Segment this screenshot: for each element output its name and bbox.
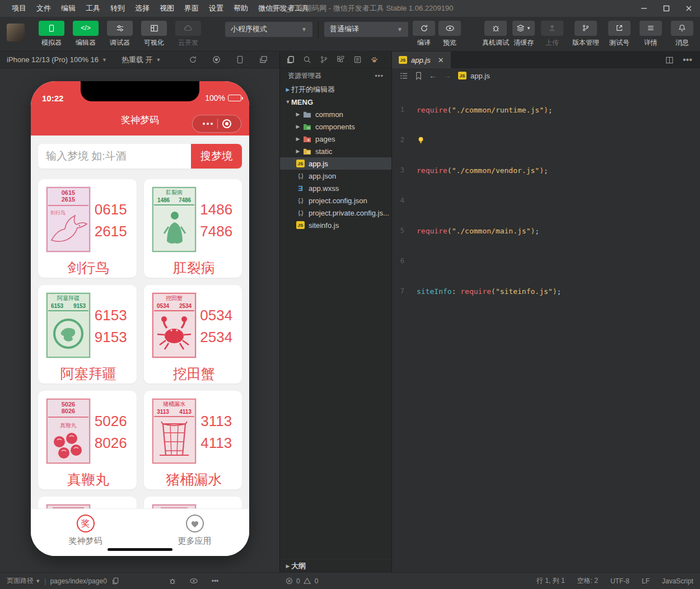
version-control-button[interactable]: 版本管理 <box>572 21 599 48</box>
menu-tools[interactable]: 工具 <box>81 3 105 13</box>
dream-card[interactable]: 5026 8026 真鞭丸 5026 <box>38 391 137 489</box>
simulator-panel: iPhone 12/13 (Pro) 100% 16▼ 热重载 开▼ 10:22 <box>0 52 280 572</box>
editor-button[interactable]: </> 编辑器 <box>71 21 100 48</box>
forward-arrow-icon[interactable]: → <box>444 71 451 80</box>
errors-count: 0 <box>296 577 300 585</box>
menu-settings[interactable]: 设置 <box>204 3 228 13</box>
bookmark-icon[interactable] <box>415 72 422 80</box>
dream-card[interactable]: 阿塞拜疆 6153 9153 6153 9153 <box>38 285 137 384</box>
menu-edit[interactable]: 编辑 <box>56 3 81 13</box>
status-bar: 页面路径 ▼ | pages/index/page0 ••• 0 0 行 1, … <box>0 572 700 589</box>
folder-icon <box>302 123 312 131</box>
card-image-emblem: 阿塞拜疆 6153 9153 <box>46 292 91 358</box>
separate-window-icon[interactable] <box>258 55 268 65</box>
clear-cache-button[interactable]: ▼ 清缓存 <box>512 21 535 48</box>
details-button[interactable]: 详情 <box>640 21 662 48</box>
capsule-menu[interactable] <box>192 115 241 133</box>
simulator-button[interactable]: 模拟器 <box>37 21 66 48</box>
code-area[interactable]: 1require("./common/runtime.js"); 2 3requ… <box>392 83 700 315</box>
menu-goto[interactable]: 转到 <box>105 3 130 13</box>
close-tab-icon[interactable]: ✕ <box>438 56 444 64</box>
outline-section[interactable]: ▶ 大纲 <box>280 559 391 572</box>
files-icon[interactable] <box>286 55 295 64</box>
upload-button[interactable]: 上传 <box>541 21 563 48</box>
extensions-icon[interactable] <box>336 55 346 64</box>
copy-icon[interactable] <box>111 577 120 586</box>
device-select[interactable]: iPhone 12/13 (Pro) 100% 16▼ <box>7 55 107 64</box>
device-debug-button[interactable]: 真机调试 <box>482 21 509 48</box>
file-project-config[interactable]: {..} project.config.json <box>280 194 391 207</box>
file-app-js[interactable]: JS app.js <box>280 157 391 170</box>
menu-view[interactable]: 视图 <box>155 3 179 13</box>
compile-mode-select[interactable]: 普通编译▼ <box>324 22 408 37</box>
menu-project[interactable]: 项目 <box>7 3 31 13</box>
outline-list-icon[interactable] <box>400 72 408 80</box>
menu-interface[interactable]: 界面 <box>179 3 204 13</box>
close-button[interactable] <box>678 0 700 17</box>
indent-setting[interactable]: 空格: 2 <box>577 576 598 586</box>
encoding[interactable]: UTF-8 <box>610 577 629 585</box>
folder-components[interactable]: ▶ components <box>280 120 391 133</box>
minimize-button[interactable] <box>633 0 655 17</box>
menu-select[interactable]: 选择 <box>130 3 155 13</box>
tab-app-js[interactable]: JS app.js ✕ <box>392 52 451 68</box>
messages-button[interactable]: 消息 <box>671 21 693 48</box>
search-button[interactable]: 搜梦境 <box>191 144 242 169</box>
breadcrumb-bar: ← → JS app.js <box>392 68 700 83</box>
avatar[interactable] <box>7 24 25 41</box>
device-frame-icon[interactable] <box>235 55 245 65</box>
js-file-icon: JS <box>399 56 407 64</box>
search-icon[interactable] <box>302 55 312 64</box>
git-branch-icon[interactable] <box>319 55 329 64</box>
compile-button[interactable]: 编译 <box>413 21 435 48</box>
file-project-private-config[interactable]: {..} project.private.config.js... <box>280 207 391 219</box>
eye-icon[interactable] <box>189 577 198 586</box>
menu-file[interactable]: 文件 <box>31 3 56 13</box>
file-app-json[interactable]: {..} app.json <box>280 170 391 182</box>
split-editor-icon[interactable] <box>665 56 674 64</box>
file-panel-icon[interactable] <box>353 55 362 64</box>
maximize-button[interactable] <box>655 0 678 17</box>
breadcrumb[interactable]: JS app.js <box>458 72 490 80</box>
exit-target-icon[interactable] <box>222 119 231 128</box>
bug-icon[interactable] <box>168 577 177 586</box>
open-editors-section[interactable]: ▶ 打开的编辑器 <box>280 83 391 96</box>
project-root[interactable]: ▼ MENG <box>280 96 391 108</box>
lightbulb-icon[interactable] <box>417 136 425 144</box>
folder-pages[interactable]: ▶ pages <box>280 133 391 145</box>
back-arrow-icon[interactable]: ← <box>429 71 437 80</box>
page-path-dropdown[interactable]: 页面路径 ▼ <box>7 576 40 586</box>
paw-icon[interactable] <box>370 55 379 64</box>
more-actions-icon[interactable]: ••• <box>211 577 220 586</box>
cursor-position[interactable]: 行 1, 列 1 <box>536 576 565 586</box>
more-dots-icon[interactable] <box>203 123 213 125</box>
more-actions-icon[interactable]: ••• <box>683 55 692 65</box>
file-app-wxss[interactable]: Ǝ app.wxss <box>280 182 391 194</box>
dream-card[interactable]: 肛裂病 1486 7486 1486 <box>144 179 242 278</box>
language-mode[interactable]: JavaScript <box>662 577 693 585</box>
home-indicator[interactable] <box>108 548 172 551</box>
record-icon[interactable] <box>211 55 221 65</box>
eol-setting[interactable]: LF <box>642 577 650 585</box>
visual-button[interactable]: 可视化 <box>139 21 169 48</box>
test-account-button[interactable]: 测试号 <box>608 21 631 48</box>
dream-card[interactable]: 猪桶漏水 3113 4113 31 <box>144 391 242 489</box>
file-siteinfo-js[interactable]: JS siteinfo.js <box>280 219 391 231</box>
debugger-button[interactable]: 调试器 <box>105 21 134 48</box>
folder-static[interactable]: ▶ static <box>280 145 391 157</box>
dream-number: 2615 <box>95 224 127 239</box>
hot-reload-toggle[interactable]: 热重载 开▼ <box>122 55 161 65</box>
dream-card[interactable]: 挖田蟹 0534 2534 <box>144 285 242 384</box>
search-input[interactable] <box>38 144 191 169</box>
folder-icon <box>302 135 312 143</box>
more-actions-icon[interactable]: ••• <box>375 72 384 80</box>
mode-select[interactable]: 小程序模式▼ <box>225 22 312 37</box>
menu-help[interactable]: 帮助 <box>228 3 253 13</box>
folder-common[interactable]: ▶ common <box>280 108 391 120</box>
dream-card[interactable]: 0615 2615 剑行鸟 0615 2615 <box>38 179 137 278</box>
cloud-dev-button[interactable]: 云开发 <box>174 21 203 48</box>
dream-number: 0615 <box>95 202 127 217</box>
rotate-icon[interactable] <box>188 55 198 65</box>
preview-button[interactable]: 预览 <box>438 21 461 48</box>
code-line: 1require("./common/runtime.js"); <box>392 103 700 116</box>
